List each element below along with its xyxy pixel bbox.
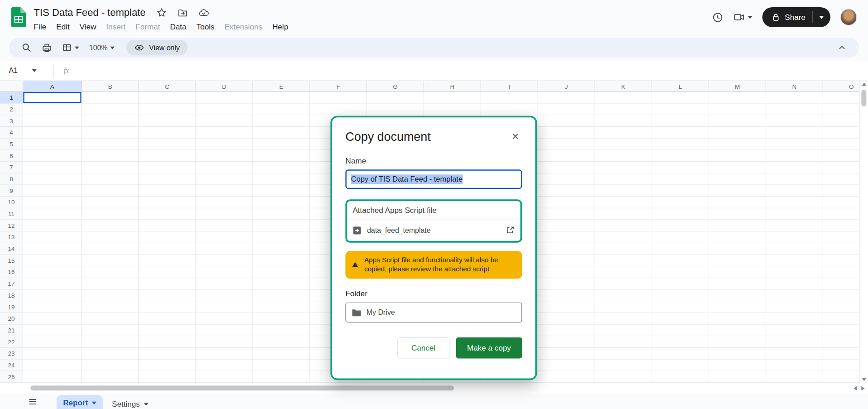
cell-A18[interactable] [23, 290, 82, 302]
cell-J25[interactable] [538, 371, 595, 383]
cell-A10[interactable] [23, 197, 82, 208]
cell-J13[interactable] [538, 231, 595, 243]
cell-O6[interactable] [823, 150, 859, 162]
cell-D11[interactable] [196, 208, 253, 220]
cell-D13[interactable] [196, 231, 253, 243]
row-header-23[interactable]: 23 [0, 348, 23, 360]
cell-L12[interactable] [652, 220, 709, 232]
cell-M23[interactable] [709, 348, 766, 360]
filter-views-button[interactable] [58, 40, 83, 55]
row-header-7[interactable]: 7 [0, 162, 23, 173]
cell-L19[interactable] [652, 301, 709, 313]
cell-D10[interactable] [196, 197, 253, 208]
cell-K10[interactable] [595, 197, 652, 208]
scroll-right-arrow-icon[interactable] [861, 386, 864, 391]
cell-M9[interactable] [709, 185, 766, 197]
cell-B16[interactable] [82, 266, 139, 278]
cell-J1[interactable] [538, 92, 595, 104]
cell-A1[interactable] [23, 92, 82, 104]
cell-J2[interactable] [538, 104, 595, 115]
cell-C15[interactable] [139, 255, 196, 267]
make-a-copy-button[interactable]: Make a copy [456, 337, 522, 358]
cell-L16[interactable] [652, 266, 709, 278]
cell-B24[interactable] [82, 360, 139, 371]
cell-L1[interactable] [652, 92, 709, 104]
cell-J3[interactable] [538, 115, 595, 127]
cell-K23[interactable] [595, 348, 652, 360]
cell-L18[interactable] [652, 290, 709, 302]
cell-J15[interactable] [538, 255, 595, 267]
cell-D17[interactable] [196, 278, 253, 290]
cell-D16[interactable] [196, 266, 253, 278]
cell-D1[interactable] [196, 92, 253, 104]
cell-O15[interactable] [823, 255, 859, 267]
cell-A20[interactable] [23, 313, 82, 325]
close-icon[interactable] [509, 130, 522, 145]
cell-N14[interactable] [766, 243, 823, 255]
cell-N12[interactable] [766, 220, 823, 232]
cell-C12[interactable] [139, 220, 196, 232]
cell-L21[interactable] [652, 325, 709, 337]
cell-L24[interactable] [652, 360, 709, 371]
cell-B22[interactable] [82, 336, 139, 348]
menu-tools[interactable]: Tools [191, 20, 219, 33]
cell-A17[interactable] [23, 278, 82, 290]
vertical-scrollbar[interactable] [859, 81, 868, 383]
cell-J22[interactable] [538, 336, 595, 348]
cell-B21[interactable] [82, 325, 139, 337]
column-header-O[interactable]: O [823, 81, 859, 92]
cell-O12[interactable] [823, 220, 859, 232]
cell-O14[interactable] [823, 243, 859, 255]
cell-O9[interactable] [823, 185, 859, 197]
cell-A5[interactable] [23, 139, 82, 150]
column-header-E[interactable]: E [253, 81, 310, 92]
cell-J17[interactable] [538, 278, 595, 290]
cell-E11[interactable] [253, 208, 310, 220]
version-history-icon[interactable] [712, 11, 724, 23]
cell-B25[interactable] [82, 371, 139, 383]
cell-N9[interactable] [766, 185, 823, 197]
cell-E20[interactable] [253, 313, 310, 325]
sheet-tab-settings[interactable]: Settings [105, 396, 155, 409]
cell-C23[interactable] [139, 348, 196, 360]
cell-J7[interactable] [538, 162, 595, 173]
cell-D24[interactable] [196, 360, 253, 371]
cell-J24[interactable] [538, 360, 595, 371]
cell-M5[interactable] [709, 139, 766, 150]
cell-C18[interactable] [139, 290, 196, 302]
horizontal-scrollbar[interactable] [0, 383, 868, 394]
cell-C7[interactable] [139, 162, 196, 173]
cell-B2[interactable] [82, 104, 139, 115]
cell-D9[interactable] [196, 185, 253, 197]
cell-C2[interactable] [139, 104, 196, 115]
cell-E18[interactable] [253, 290, 310, 302]
cell-K14[interactable] [595, 243, 652, 255]
column-header-M[interactable]: M [709, 81, 766, 92]
cell-O13[interactable] [823, 231, 859, 243]
scroll-left-arrow-icon[interactable] [854, 386, 857, 391]
cell-M11[interactable] [709, 208, 766, 220]
cell-B1[interactable] [82, 92, 139, 104]
column-header-L[interactable]: L [652, 81, 709, 92]
cell-C22[interactable] [139, 336, 196, 348]
row-header-25[interactable]: 25 [0, 371, 23, 383]
cell-J12[interactable] [538, 220, 595, 232]
cell-N19[interactable] [766, 301, 823, 313]
cell-M24[interactable] [709, 360, 766, 371]
cell-B13[interactable] [82, 231, 139, 243]
cell-O4[interactable] [823, 127, 859, 139]
search-menus-button[interactable] [18, 40, 35, 55]
cell-E25[interactable] [253, 371, 310, 383]
cell-K19[interactable] [595, 301, 652, 313]
cell-A7[interactable] [23, 162, 82, 173]
row-header-3[interactable]: 3 [0, 115, 23, 127]
cell-J9[interactable] [538, 185, 595, 197]
cell-E7[interactable] [253, 162, 310, 173]
cell-K11[interactable] [595, 208, 652, 220]
cell-E15[interactable] [253, 255, 310, 267]
cell-O20[interactable] [823, 313, 859, 325]
cell-M22[interactable] [709, 336, 766, 348]
cell-H2[interactable] [424, 104, 481, 115]
cell-B14[interactable] [82, 243, 139, 255]
row-header-5[interactable]: 5 [0, 139, 23, 150]
